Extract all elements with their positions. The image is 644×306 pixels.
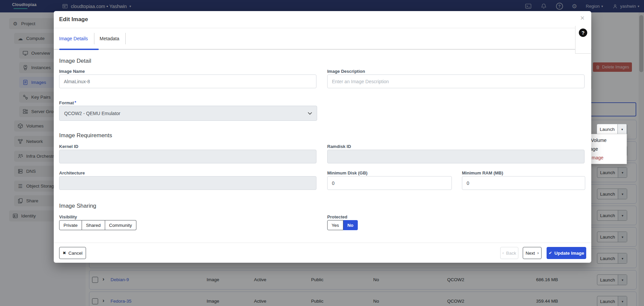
- min-disk-label: Minimum Disk (GB): [327, 170, 368, 175]
- edit-image-modal: Edit Image × Image Details Metadata ? Im…: [54, 11, 591, 263]
- section-image-sharing: Image Sharing: [59, 203, 96, 209]
- wizard-help-panel: ?: [575, 26, 591, 54]
- visibility-private-button[interactable]: Private: [59, 220, 82, 230]
- active-launch-button[interactable]: Launch ▾: [597, 124, 627, 135]
- image-description-input[interactable]: [327, 74, 585, 88]
- visibility-button-group: Private Shared Community: [59, 220, 136, 230]
- protected-label: Protected: [327, 214, 347, 219]
- min-ram-label: Minimum RAM (MB): [462, 170, 503, 175]
- section-image-requirements: Image Requirements: [59, 132, 112, 139]
- back-arrow-icon: ‹: [502, 251, 504, 255]
- protected-button-group: Yes No: [327, 220, 358, 230]
- required-asterisk: *: [75, 100, 76, 105]
- modal-footer: ✖ Cancel ‹ Back Next › ✔ Update Image: [54, 243, 591, 263]
- visibility-label: Visibility: [59, 214, 77, 219]
- visibility-shared-button[interactable]: Shared: [82, 220, 105, 230]
- min-ram-input[interactable]: [462, 176, 585, 190]
- image-description-label: Image Description: [327, 69, 365, 74]
- protected-yes-button[interactable]: Yes: [327, 220, 343, 230]
- help-question-icon[interactable]: ?: [579, 29, 587, 37]
- launch-label[interactable]: Launch: [597, 124, 617, 134]
- cancel-x-icon: ✖: [62, 251, 66, 255]
- format-select[interactable]: QCOW2 - QEMU Emulator: [59, 106, 317, 121]
- close-icon[interactable]: ×: [580, 14, 585, 22]
- back-button[interactable]: ‹ Back: [500, 247, 518, 259]
- visibility-community-button[interactable]: Community: [105, 220, 136, 230]
- next-button[interactable]: Next ›: [523, 247, 542, 259]
- modal-header: Edit Image ×: [54, 11, 591, 28]
- next-arrow-icon: ›: [537, 251, 539, 255]
- check-icon: ✔: [549, 251, 552, 255]
- active-tab-underline: [59, 49, 99, 50]
- format-selected-value: QCOW2 - QEMU Emulator: [64, 111, 120, 116]
- tab-metadata[interactable]: Metadata: [100, 33, 126, 44]
- image-name-input[interactable]: [59, 74, 316, 88]
- format-label: Format*: [59, 100, 76, 105]
- ramdisk-id-label: Ramdisk ID: [327, 144, 351, 149]
- kernel-id-label: Kernel ID: [59, 144, 78, 149]
- cancel-button[interactable]: ✖ Cancel: [59, 247, 86, 259]
- min-disk-input[interactable]: [327, 176, 452, 190]
- ramdisk-id-input: [327, 150, 585, 163]
- tab-image-details[interactable]: Image Details: [59, 33, 94, 44]
- kernel-id-input: [59, 150, 316, 163]
- modal-tabs: Image Details Metadata: [54, 28, 591, 50]
- section-image-detail: Image Detail: [59, 58, 91, 64]
- image-name-label: Image Name: [59, 69, 85, 74]
- protected-no-button[interactable]: No: [343, 220, 358, 230]
- select-caret-icon: [308, 112, 312, 115]
- launch-caret-icon[interactable]: ▾: [617, 124, 627, 134]
- architecture-label: Architecture: [59, 170, 85, 175]
- modal-title: Edit Image: [59, 16, 88, 23]
- update-image-button[interactable]: ✔ Update Image: [547, 247, 586, 259]
- architecture-input: [59, 176, 316, 190]
